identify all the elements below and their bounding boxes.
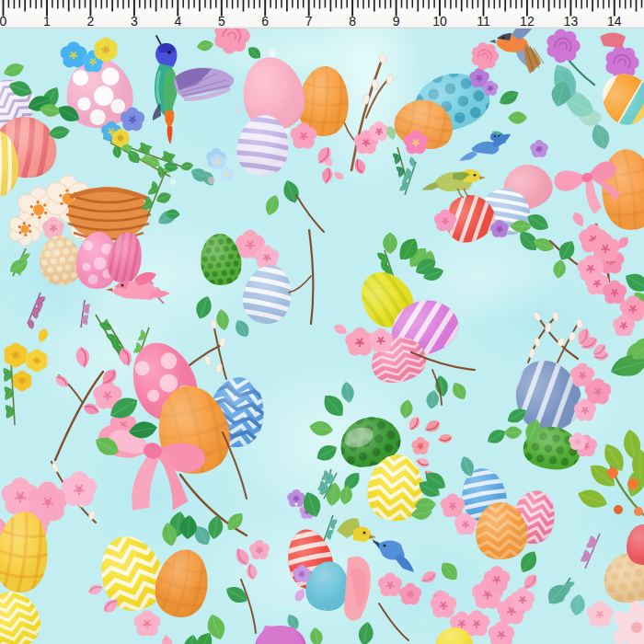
- svg-text:9: 9: [393, 14, 400, 29]
- svg-text:6: 6: [261, 14, 269, 29]
- svg-text:5: 5: [218, 14, 225, 29]
- svg-text:3: 3: [131, 14, 138, 29]
- svg-text:14: 14: [607, 14, 622, 29]
- svg-text:1: 1: [43, 14, 51, 29]
- svg-text:10: 10: [432, 14, 447, 29]
- svg-text:12: 12: [520, 14, 535, 29]
- svg-text:7: 7: [305, 14, 313, 29]
- svg-text:4: 4: [174, 14, 181, 29]
- svg-text:0: 0: [0, 14, 7, 29]
- svg-text:13: 13: [564, 14, 579, 29]
- svg-text:2: 2: [87, 14, 95, 29]
- svg-text:8: 8: [349, 14, 356, 29]
- svg-text:11: 11: [477, 14, 490, 29]
